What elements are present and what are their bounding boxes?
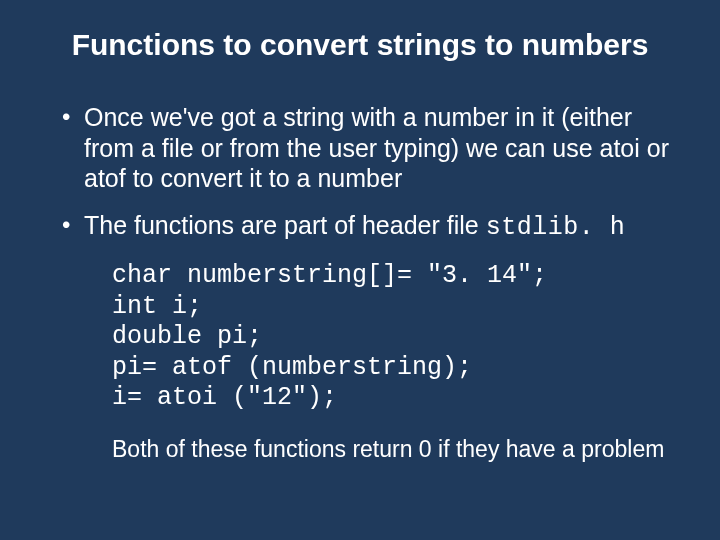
inline-code: stdlib. h [486,213,626,242]
code-block: char numberstring[]= "3. 14"; int i; dou… [112,261,670,414]
slide: Functions to convert strings to numbers … [0,0,720,540]
bullet-item: The functions are part of header file st… [50,210,670,244]
bullet-text: The functions are part of header file [84,211,486,239]
bullet-text: Once we've got a string with a number in… [84,103,669,192]
slide-title: Functions to convert strings to numbers [50,28,670,62]
bullet-list: Once we've got a string with a number in… [50,102,670,243]
footnote-text: Both of these functions return 0 if they… [112,436,670,463]
bullet-item: Once we've got a string with a number in… [50,102,670,194]
